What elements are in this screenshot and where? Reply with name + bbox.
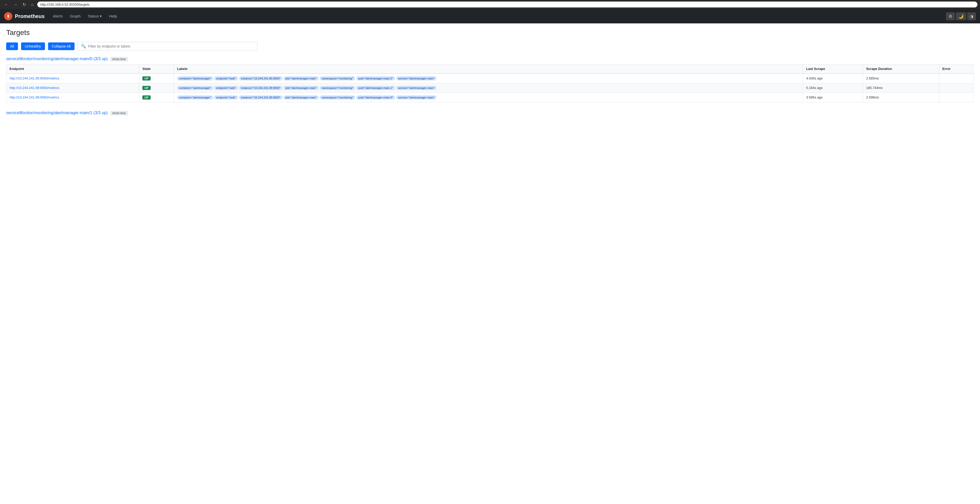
label-tag: namespace="monitoring" bbox=[320, 96, 355, 99]
label-tag: pod="alertmanager-main-1" bbox=[356, 86, 395, 90]
state-cell-1: UP bbox=[139, 83, 174, 93]
label-tag: job="alertmanager-main" bbox=[283, 77, 319, 80]
error-cell-2 bbox=[939, 93, 974, 102]
label-tag: instance="10.244.241.95:9093" bbox=[239, 77, 282, 80]
col-header-error: Error bbox=[939, 64, 974, 74]
labels-cell-0: container="alertmanager"endpoint="web"in… bbox=[174, 73, 803, 83]
settings-icon-btn[interactable]: ⚙ bbox=[946, 12, 955, 20]
label-tag: job="alertmanager-main" bbox=[283, 86, 319, 90]
nav-right: ⚙ 🌙 ◑ bbox=[946, 12, 976, 20]
col-header-endpoint: Endpoint bbox=[6, 64, 139, 74]
table-row: http://10.244.241.95:9093/metricsUPconta… bbox=[6, 73, 974, 83]
nav-logo: Prometheus bbox=[4, 12, 45, 20]
show-less-button-0[interactable]: show less bbox=[110, 57, 128, 61]
section-1: serviceMonitor/monitoring/alertmanager-m… bbox=[6, 110, 974, 115]
nav-alerts[interactable]: Alerts bbox=[50, 12, 66, 21]
label-tag: namespace="monitoring" bbox=[320, 86, 355, 90]
prometheus-logo-icon bbox=[4, 12, 12, 20]
label-tag: container="alertmanager" bbox=[177, 96, 213, 99]
section-header-1: serviceMonitor/monitoring/alertmanager-m… bbox=[6, 110, 974, 115]
browser-chrome: ← → ↻ ⌂ bbox=[0, 0, 980, 9]
section-title-1[interactable]: serviceMonitor/monitoring/alertmanager-m… bbox=[6, 110, 108, 115]
label-tag: pod="alertmanager-main-2" bbox=[356, 77, 395, 80]
targets-table-0: EndpointStateLabelsLast ScrapeScrape Dur… bbox=[6, 64, 974, 102]
scrape-duration-cell-1: 185.744ms bbox=[863, 83, 939, 93]
col-header-last-scrape: Last Scrape bbox=[803, 64, 863, 74]
label-tag: endpoint="web" bbox=[214, 77, 238, 80]
label-tag: service="alertmanager-main" bbox=[396, 86, 436, 90]
col-header-labels: Labels bbox=[174, 64, 803, 74]
filter-collapse-button[interactable]: Collapse All bbox=[48, 42, 75, 50]
dark-mode-btn[interactable]: 🌙 bbox=[956, 12, 966, 20]
url-bar[interactable] bbox=[37, 2, 977, 8]
home-button[interactable]: ⌂ bbox=[30, 2, 35, 8]
search-icon: 🔍 bbox=[81, 44, 86, 49]
nav-status[interactable]: Status ▾ bbox=[85, 12, 105, 21]
contrast-btn[interactable]: ◑ bbox=[967, 12, 976, 20]
endpoint-link-0[interactable]: http://10.244.241.95:9093/metrics bbox=[10, 77, 59, 80]
label-tag: instance="10.244.241.99:9093" bbox=[239, 96, 282, 99]
nav-graph[interactable]: Graph bbox=[67, 12, 84, 21]
search-wrap: 🔍 bbox=[78, 42, 258, 50]
label-tag: pod="alertmanager-main-0" bbox=[356, 96, 395, 99]
endpoint-cell-0: http://10.244.241.95:9093/metrics bbox=[6, 73, 139, 83]
error-cell-0 bbox=[939, 73, 974, 83]
label-tag: service="alertmanager-main" bbox=[396, 96, 436, 99]
col-header-state: State bbox=[139, 64, 174, 74]
state-cell-0: UP bbox=[139, 73, 174, 83]
nav-links: Alerts Graph Status ▾ Help bbox=[50, 12, 120, 21]
state-badge-1: UP bbox=[142, 86, 150, 90]
label-tag: job="alertmanager-main" bbox=[283, 96, 319, 99]
state-badge-0: UP bbox=[142, 77, 150, 80]
nav-title: Prometheus bbox=[15, 13, 45, 19]
scrape-duration-cell-2: 2.598ms bbox=[863, 93, 939, 102]
last-scrape-cell-1: 5.184s ago bbox=[803, 83, 863, 93]
table-row: http://10.244.241.98:9093/metricsUPconta… bbox=[6, 83, 974, 93]
state-cell-2: UP bbox=[139, 93, 174, 102]
label-tag: endpoint="web" bbox=[214, 96, 238, 99]
endpoint-link-2[interactable]: http://10.244.241.99:9093/metrics bbox=[10, 96, 59, 99]
sections-container: serviceMonitor/monitoring/alertmanager-m… bbox=[6, 57, 974, 115]
search-input[interactable] bbox=[88, 44, 254, 48]
section-0: serviceMonitor/monitoring/alertmanager-m… bbox=[6, 57, 974, 102]
endpoint-cell-1: http://10.244.241.98:9093/metrics bbox=[6, 83, 139, 93]
labels-cell-1: container="alertmanager"endpoint="web"in… bbox=[174, 83, 803, 93]
endpoint-cell-2: http://10.244.241.99:9093/metrics bbox=[6, 93, 139, 102]
label-tag: container="alertmanager" bbox=[177, 77, 213, 80]
col-header-scrape-duration: Scrape Duration bbox=[863, 64, 939, 74]
reload-button[interactable]: ↻ bbox=[21, 2, 27, 8]
table-row: http://10.244.241.99:9093/metricsUPconta… bbox=[6, 93, 974, 102]
label-tag: instance="10.244.241.98:9093" bbox=[239, 86, 282, 90]
show-less-button-1[interactable]: show less bbox=[110, 111, 128, 115]
label-tag: endpoint="web" bbox=[214, 86, 238, 90]
svg-point-1 bbox=[8, 17, 9, 18]
section-title-0[interactable]: serviceMonitor/monitoring/alertmanager-m… bbox=[6, 57, 108, 61]
top-nav: Prometheus Alerts Graph Status ▾ Help ⚙ … bbox=[0, 9, 980, 23]
state-badge-2: UP bbox=[142, 96, 150, 99]
scrape-duration-cell-0: 2.585ms bbox=[863, 73, 939, 83]
page-title: Targets bbox=[6, 29, 974, 37]
label-tag: service="alertmanager-main" bbox=[396, 77, 436, 80]
label-tag: container="alertmanager" bbox=[177, 86, 213, 90]
nav-help[interactable]: Help bbox=[106, 12, 120, 21]
last-scrape-cell-0: 4.430s ago bbox=[803, 73, 863, 83]
filter-all-button[interactable]: All bbox=[6, 42, 18, 50]
filter-unhealthy-button[interactable]: Unhealthy bbox=[21, 42, 45, 50]
filter-bar: All Unhealthy Collapse All 🔍 bbox=[6, 42, 974, 50]
section-header-0: serviceMonitor/monitoring/alertmanager-m… bbox=[6, 57, 974, 61]
error-cell-1 bbox=[939, 83, 974, 93]
last-scrape-cell-2: 3.595s ago bbox=[803, 93, 863, 102]
label-tag: namespace="monitoring" bbox=[320, 77, 355, 80]
endpoint-link-1[interactable]: http://10.244.241.98:9093/metrics bbox=[10, 86, 59, 90]
forward-button[interactable]: → bbox=[12, 2, 19, 8]
back-button[interactable]: ← bbox=[3, 2, 10, 8]
page-content: Targets All Unhealthy Collapse All 🔍 ser… bbox=[0, 23, 980, 129]
labels-cell-2: container="alertmanager"endpoint="web"in… bbox=[174, 93, 803, 102]
